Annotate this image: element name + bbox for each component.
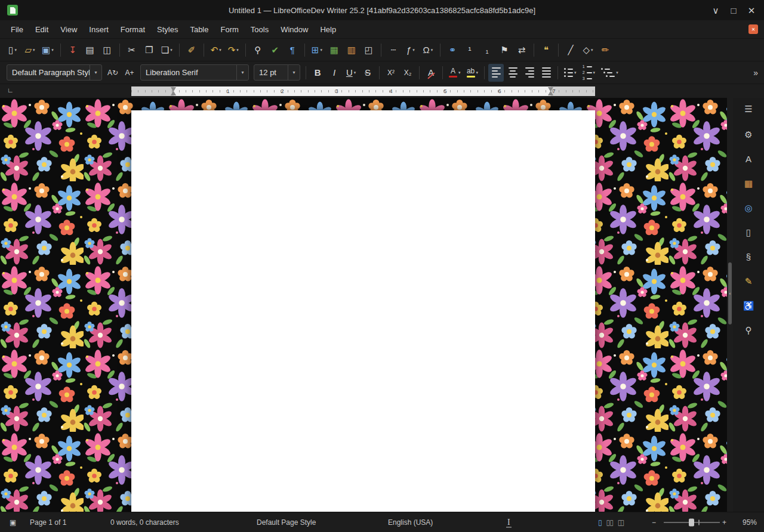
language-status[interactable]: English (USA)	[388, 518, 433, 527]
font-name-combo[interactable]: Liberation Serif ▾	[140, 64, 249, 81]
print-button[interactable]: ▤	[82, 41, 98, 59]
titlebar[interactable]: Untitled 1 — LibreOfficeDev Writer 25.2 …	[0, 0, 764, 20]
insert-image-button[interactable]: ▦	[326, 41, 342, 59]
show-draw-functions-button[interactable]: ✏	[597, 41, 613, 59]
ordered-list-dropdown-arrow[interactable]: ▾	[593, 70, 596, 75]
single-page-view-button[interactable]: ▯	[597, 518, 603, 527]
clone-formatting-button[interactable]: ✐	[184, 41, 199, 59]
combo-arrow-icon[interactable]: ▾	[236, 65, 248, 80]
clear-formatting-button[interactable]: A	[423, 64, 439, 82]
sidebar-style-inspector-button[interactable]: §	[739, 248, 758, 265]
page-style-status[interactable]: Default Page Style	[257, 518, 316, 527]
multi-page-view-button[interactable]: ▯▯	[605, 518, 614, 527]
menu-styles[interactable]: Styles	[151, 23, 184, 36]
horizontal-ruler[interactable]: 1 2 3 4 5 6 7	[131, 86, 595, 96]
subscript-button[interactable]: X₂	[400, 64, 415, 82]
undo-button[interactable]: ↶ ▾	[208, 41, 224, 59]
zoom-slider[interactable]	[664, 512, 720, 532]
sidebar-settings-button[interactable]: ☰	[739, 100, 758, 117]
maximize-button[interactable]: □	[727, 4, 740, 17]
page-number-status[interactable]: Page 1 of 1	[30, 518, 66, 527]
align-center-button[interactable]	[505, 64, 520, 82]
menu-window[interactable]: Window	[275, 23, 314, 36]
cut-button[interactable]: ✂	[124, 41, 140, 59]
underline-dropdown-arrow[interactable]: ▾	[354, 70, 356, 75]
selection-mode-icon[interactable]: I	[506, 517, 512, 527]
menu-format[interactable]: Format	[115, 23, 151, 36]
strikethrough-button[interactable]: S	[360, 64, 375, 82]
zoom-out-button[interactable]: −	[652, 518, 656, 527]
minimize-button[interactable]: ∨	[709, 4, 722, 17]
insert-page-break-button[interactable]: ┄	[386, 41, 401, 59]
export-pdf-button[interactable]: ↧	[65, 41, 81, 59]
menu-insert[interactable]: Insert	[83, 23, 115, 36]
document-page[interactable]	[131, 110, 595, 512]
combo-arrow-icon[interactable]: ▾	[288, 65, 300, 80]
align-justify-button[interactable]	[538, 64, 554, 82]
insert-footnote-button[interactable]: ¹	[462, 41, 478, 59]
outline-list-button[interactable]: ▾	[599, 64, 621, 82]
menu-tools[interactable]: Tools	[245, 23, 275, 36]
underline-button[interactable]: U▾	[343, 64, 359, 82]
basic-shapes-button[interactable]: ◇ ▾	[580, 41, 596, 59]
new-document-button[interactable]: ▯ ▾	[5, 41, 20, 59]
highlight-color-button[interactable]: ab ▾	[464, 64, 481, 82]
sidebar-page-button[interactable]: ▯	[739, 223, 758, 241]
dropdown-arrow-icon[interactable]: ▾	[431, 48, 433, 52]
sidebar-gallery-button[interactable]: ▦	[739, 174, 758, 192]
sidebar-properties-button[interactable]: ⚙	[739, 125, 758, 143]
sidebar-splitter[interactable]: ‹	[727, 98, 733, 512]
sidebar-styles-button[interactable]: A	[739, 150, 758, 168]
dropdown-arrow-icon[interactable]: ▾	[591, 48, 593, 52]
insert-text-box-button[interactable]: ◰	[361, 41, 377, 59]
insert-special-character-button[interactable]: Ω ▾	[420, 41, 436, 59]
word-count-status[interactable]: 0 words, 0 characters	[110, 518, 179, 527]
toolbar-overflow-button[interactable]: »	[753, 68, 758, 78]
sidebar-manage-changes-button[interactable]: ✎	[739, 272, 758, 290]
font-size-combo[interactable]: 12 pt ▾	[254, 64, 300, 81]
new-style-button[interactable]: A+	[122, 64, 137, 82]
save-button[interactable]: ▣ ▾	[39, 41, 56, 59]
menu-edit[interactable]: Edit	[29, 23, 54, 36]
close-document-button[interactable]: ✕	[748, 24, 758, 34]
dropdown-arrow-icon[interactable]: ▾	[51, 48, 54, 52]
menu-help[interactable]: Help	[314, 23, 342, 36]
dropdown-arrow-icon[interactable]: ▾	[412, 48, 415, 52]
outline-list-dropdown-arrow[interactable]: ▾	[616, 70, 618, 75]
formatting-marks-button[interactable]: ¶	[285, 41, 300, 59]
insert-field-button[interactable]: ƒ ▾	[403, 41, 418, 59]
zoom-in-button[interactable]: +	[722, 518, 726, 527]
font-color-dropdown-arrow[interactable]: ▾	[458, 70, 461, 75]
font-color-button[interactable]: A ▾	[446, 64, 463, 82]
insert-hyperlink-button[interactable]: ⚭	[445, 41, 460, 59]
unordered-list-button[interactable]: ▾	[562, 64, 579, 82]
ordered-list-button[interactable]: 1 2 3 ▾	[580, 64, 598, 82]
sidebar-find-button[interactable]: ⚲	[739, 321, 758, 339]
superscript-button[interactable]: X²	[383, 64, 399, 82]
align-left-button[interactable]	[488, 64, 504, 82]
insert-cross-reference-button[interactable]: ⇄	[514, 41, 529, 59]
open-button[interactable]: ▱ ▾	[22, 41, 38, 59]
insert-chart-button[interactable]: ▥	[344, 41, 359, 59]
redo-button[interactable]: ↷ ▾	[226, 41, 241, 59]
insert-line-button[interactable]: ╱	[563, 41, 578, 59]
paste-button[interactable]: ❏ ▾	[159, 41, 175, 59]
zoom-slider-thumb[interactable]	[689, 518, 694, 526]
dropdown-arrow-icon[interactable]: ▾	[236, 48, 239, 52]
print-preview-button[interactable]: ◫	[100, 41, 115, 59]
paragraph-style-combo[interactable]: Default Paragraph Style ▾	[7, 64, 102, 81]
dropdown-arrow-icon[interactable]: ▾	[170, 48, 172, 52]
zoom-level[interactable]: 95%	[743, 518, 757, 527]
menu-view[interactable]: View	[54, 23, 83, 36]
tab-stop-selector[interactable]: ∟	[7, 86, 14, 94]
close-button[interactable]: ✕	[745, 4, 758, 17]
dropdown-arrow-icon[interactable]: ▾	[320, 48, 322, 52]
bold-button[interactable]: B	[310, 64, 325, 82]
insert-bookmark-button[interactable]: ⚑	[497, 41, 512, 59]
insert-endnote-button[interactable]: ₁	[479, 41, 495, 59]
book-view-button[interactable]: ◫	[617, 518, 625, 527]
dropdown-arrow-icon[interactable]: ▾	[33, 48, 35, 52]
sidebar-hide-handle[interactable]: ‹	[728, 262, 732, 324]
sidebar-navigator-button[interactable]: ◎	[739, 199, 758, 216]
copy-button[interactable]: ❐	[141, 41, 157, 59]
